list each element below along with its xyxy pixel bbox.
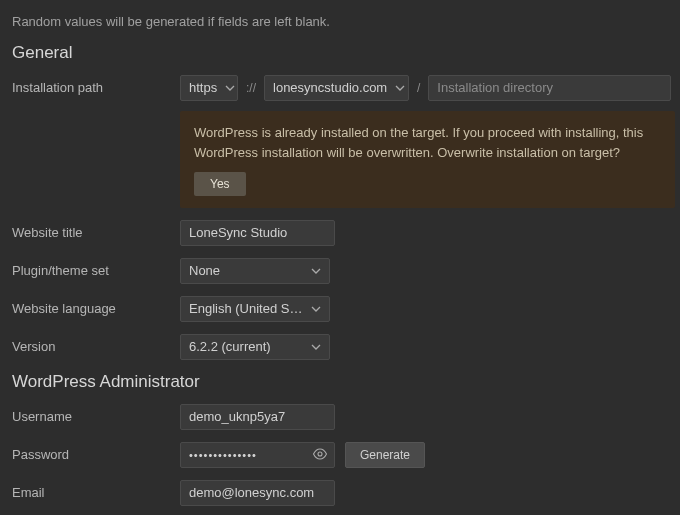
row-plugin-theme-set: Plugin/theme set None bbox=[12, 258, 668, 284]
protocol-select[interactable]: https bbox=[180, 75, 238, 101]
section-wordpress-administrator: WordPress Administrator bbox=[12, 372, 668, 392]
row-username: Username demo_uknp5ya7 bbox=[12, 404, 668, 430]
overwrite-yes-button[interactable]: Yes bbox=[194, 172, 246, 196]
chevron-down-icon bbox=[225, 83, 235, 93]
version-value: 6.2.2 (current) bbox=[189, 334, 271, 360]
domain-value: lonesyncstudio.com bbox=[273, 75, 387, 101]
email-label: Email bbox=[12, 480, 180, 500]
website-language-value: English (United States) bbox=[189, 296, 303, 322]
version-select[interactable]: 6.2.2 (current) bbox=[180, 334, 330, 360]
website-language-label: Website language bbox=[12, 296, 180, 316]
chevron-down-icon bbox=[395, 83, 405, 93]
url-separator-path: / bbox=[415, 81, 422, 95]
chevron-down-icon bbox=[311, 266, 321, 276]
version-label: Version bbox=[12, 334, 180, 354]
password-input[interactable]: •••••••••••••• bbox=[180, 442, 335, 468]
username-label: Username bbox=[12, 404, 180, 424]
chevron-down-icon bbox=[311, 304, 321, 314]
plugin-theme-set-select[interactable]: None bbox=[180, 258, 330, 284]
row-email: Email demo@lonesync.com bbox=[12, 480, 668, 506]
chevron-down-icon bbox=[311, 342, 321, 352]
password-value: •••••••••••••• bbox=[181, 449, 312, 461]
row-password: Password •••••••••••••• Generate bbox=[12, 442, 668, 468]
blank-fields-hint: Random values will be generated if field… bbox=[12, 14, 668, 29]
plugin-theme-set-label: Plugin/theme set bbox=[12, 258, 180, 278]
overwrite-warning-text: WordPress is already installed on the ta… bbox=[194, 123, 661, 162]
overwrite-warning: WordPress is already installed on the ta… bbox=[180, 111, 675, 208]
generate-password-button[interactable]: Generate bbox=[345, 442, 425, 468]
install-wordpress-form: Random values will be generated if field… bbox=[0, 0, 680, 515]
url-separator-protocol: :// bbox=[244, 81, 258, 95]
protocol-value: https bbox=[189, 75, 217, 101]
password-label: Password bbox=[12, 442, 180, 462]
website-language-select[interactable]: English (United States) bbox=[180, 296, 330, 322]
domain-select[interactable]: lonesyncstudio.com bbox=[264, 75, 409, 101]
row-website-language: Website language English (United States) bbox=[12, 296, 668, 322]
email-input[interactable]: demo@lonesync.com bbox=[180, 480, 335, 506]
row-installation-path: Installation path https :// lonesyncstud… bbox=[12, 75, 668, 208]
website-title-label: Website title bbox=[12, 220, 180, 240]
eye-icon[interactable] bbox=[312, 448, 328, 463]
row-version: Version 6.2.2 (current) bbox=[12, 334, 668, 360]
row-website-title: Website title LoneSync Studio bbox=[12, 220, 668, 246]
website-title-input[interactable]: LoneSync Studio bbox=[180, 220, 335, 246]
svg-point-0 bbox=[318, 452, 322, 456]
installation-directory-input[interactable]: Installation directory bbox=[428, 75, 671, 101]
section-general: General bbox=[12, 43, 668, 63]
plugin-theme-set-value: None bbox=[189, 258, 220, 284]
installation-path-label: Installation path bbox=[12, 75, 180, 95]
username-input[interactable]: demo_uknp5ya7 bbox=[180, 404, 335, 430]
